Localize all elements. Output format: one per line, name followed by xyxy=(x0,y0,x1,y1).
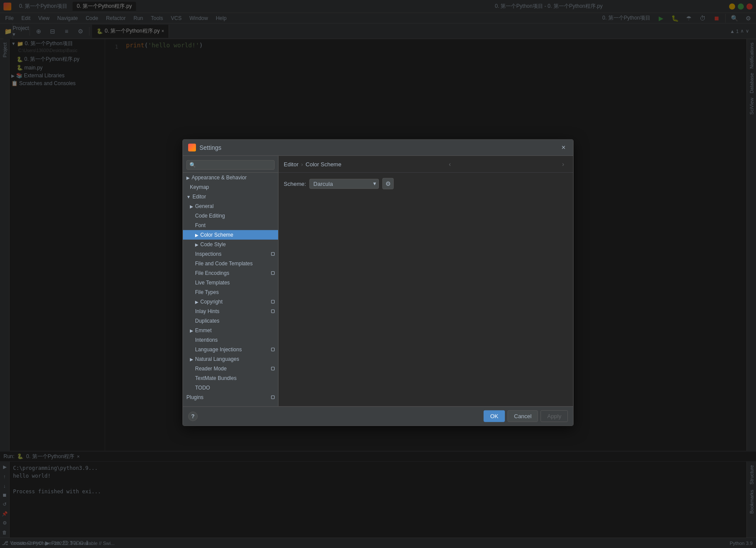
dialog-title: Settings xyxy=(199,144,559,151)
nav-editor-label: Editor xyxy=(192,194,275,200)
ok-button[interactable]: OK xyxy=(484,410,505,422)
nav-language-injections-label: Language Injections xyxy=(195,347,269,353)
apply-button[interactable]: Apply xyxy=(540,410,568,422)
nav-intentions[interactable]: Intentions xyxy=(183,335,278,345)
nav-font[interactable]: Font xyxy=(183,221,278,230)
breadcrumb-current: Color Scheme xyxy=(305,161,341,167)
nav-plugins[interactable]: Plugins xyxy=(183,393,278,402)
nav-appearance[interactable]: ▶ Appearance & Behavior xyxy=(183,173,278,182)
scheme-select[interactable]: Darcula IntelliJ Light High Contrast xyxy=(309,178,379,188)
nav-file-encodings[interactable]: File Encodings xyxy=(183,268,278,278)
nav-inlay-hints[interactable]: Inlay Hints xyxy=(183,307,278,316)
breadcrumb-separator: › xyxy=(301,161,303,167)
copyright-arrow: ▶ xyxy=(195,299,199,304)
nav-code-editing-label: Code Editing xyxy=(195,213,275,219)
inlay-hints-indicator xyxy=(271,310,275,313)
nav-reader-mode[interactable]: Reader Mode xyxy=(183,364,278,373)
nav-duplicates-label: Duplicates xyxy=(195,318,275,324)
nav-general-label: General xyxy=(195,203,275,209)
nav-color-scheme[interactable]: ▶ Color Scheme xyxy=(183,230,278,240)
nav-emmet-label: Emmet xyxy=(195,327,275,333)
color-scheme-arrow: ▶ xyxy=(195,232,199,237)
plugins-indicator xyxy=(271,396,275,399)
nav-copyright[interactable]: ▶ Copyright xyxy=(183,297,278,307)
nav-file-types-label: File Types xyxy=(195,289,275,295)
settings-content: Editor › Color Scheme ‹ › Scheme: Darcul… xyxy=(279,156,573,406)
breadcrumb-back-button[interactable]: ‹ xyxy=(445,159,454,169)
nav-todo-label: TODO xyxy=(195,385,275,391)
settings-search xyxy=(183,158,278,173)
settings-dialog: Settings × ▶ Appearance & Behavior xyxy=(182,139,574,426)
nav-intentions-label: Intentions xyxy=(195,337,275,343)
copyright-indicator xyxy=(271,300,275,304)
nav-natural-languages-label: Natural Languages xyxy=(195,356,275,362)
editor-arrow: ▼ xyxy=(186,194,191,199)
dialog-logo xyxy=(188,144,196,152)
nav-code-editing[interactable]: Code Editing xyxy=(183,211,278,221)
scheme-row: Scheme: Darcula IntelliJ Light High Cont… xyxy=(284,178,568,189)
lang-injections-indicator xyxy=(271,348,275,351)
nav-plugins-label: Plugins xyxy=(186,394,269,400)
nav-keymap[interactable]: Keymap xyxy=(183,182,278,192)
general-arrow: ▶ xyxy=(190,204,193,208)
nav-reader-mode-label: Reader Mode xyxy=(195,366,269,372)
nav-code-style[interactable]: ▶ Code Style xyxy=(183,240,278,249)
reader-mode-indicator xyxy=(271,367,275,370)
nav-font-label: Font xyxy=(195,222,275,228)
scheme-gear-button[interactable]: ⚙ xyxy=(382,178,394,189)
nav-language-injections[interactable]: Language Injections xyxy=(183,345,278,354)
help-button[interactable]: ? xyxy=(188,411,198,421)
nav-copyright-label: Copyright xyxy=(200,299,269,305)
dialog-close-button[interactable]: × xyxy=(559,143,568,152)
settings-search-input[interactable] xyxy=(186,160,275,170)
appearance-arrow: ▶ xyxy=(186,175,190,180)
nav-file-code-templates[interactable]: File and Code Templates xyxy=(183,259,278,268)
nav-code-style-label: Code Style xyxy=(200,241,275,248)
nav-emmet[interactable]: ▶ Emmet xyxy=(183,326,278,335)
content-main: Scheme: Darcula IntelliJ Light High Cont… xyxy=(279,173,573,406)
dialog-title-bar: Settings × xyxy=(183,140,573,156)
inspections-indicator xyxy=(271,252,275,256)
nav-file-code-templates-label: File and Code Templates xyxy=(195,261,275,267)
dialog-footer: ? OK Cancel Apply xyxy=(183,406,573,426)
nav-duplicates[interactable]: Duplicates xyxy=(183,316,278,326)
nav-color-scheme-label: Color Scheme xyxy=(200,232,275,238)
footer-left: ? xyxy=(188,411,198,421)
breadcrumb: Editor › Color Scheme ‹ › xyxy=(279,156,573,173)
nav-appearance-label: Appearance & Behavior xyxy=(192,175,275,181)
nav-textmate-bundles[interactable]: TextMate Bundles xyxy=(183,373,278,383)
nav-file-types[interactable]: File Types xyxy=(183,287,278,297)
nav-editor[interactable]: ▼ Editor xyxy=(183,192,278,201)
nav-textmate-bundles-label: TextMate Bundles xyxy=(195,375,275,381)
file-encodings-indicator xyxy=(271,271,275,275)
nav-todo[interactable]: TODO xyxy=(183,383,278,393)
settings-nav: ▶ Appearance & Behavior Keymap ▼ Editor … xyxy=(183,156,279,406)
breadcrumb-parent[interactable]: Editor xyxy=(284,161,298,167)
code-style-arrow: ▶ xyxy=(195,242,199,247)
nav-inspections[interactable]: Inspections xyxy=(183,249,278,259)
nav-general[interactable]: ▶ General xyxy=(183,201,278,211)
dialog-body: ▶ Appearance & Behavior Keymap ▼ Editor … xyxy=(183,156,573,406)
breadcrumb-forward-button[interactable]: › xyxy=(558,159,568,169)
scheme-select-wrapper: Darcula IntelliJ Light High Contrast xyxy=(309,178,379,188)
nav-inspections-label: Inspections xyxy=(195,251,269,257)
nav-keymap-label: Keymap xyxy=(190,184,275,190)
nav-file-encodings-label: File Encodings xyxy=(195,270,269,276)
nav-live-templates[interactable]: Live Templates xyxy=(183,278,278,287)
modal-overlay: Settings × ▶ Appearance & Behavior xyxy=(0,0,756,548)
scheme-label: Scheme: xyxy=(284,180,306,187)
nav-natural-languages[interactable]: ▶ Natural Languages xyxy=(183,354,278,364)
emmet-arrow: ▶ xyxy=(190,328,193,333)
natural-lang-arrow: ▶ xyxy=(190,357,193,361)
nav-live-templates-label: Live Templates xyxy=(195,280,275,286)
nav-inlay-hints-label: Inlay Hints xyxy=(195,308,269,314)
cancel-button[interactable]: Cancel xyxy=(507,410,538,422)
